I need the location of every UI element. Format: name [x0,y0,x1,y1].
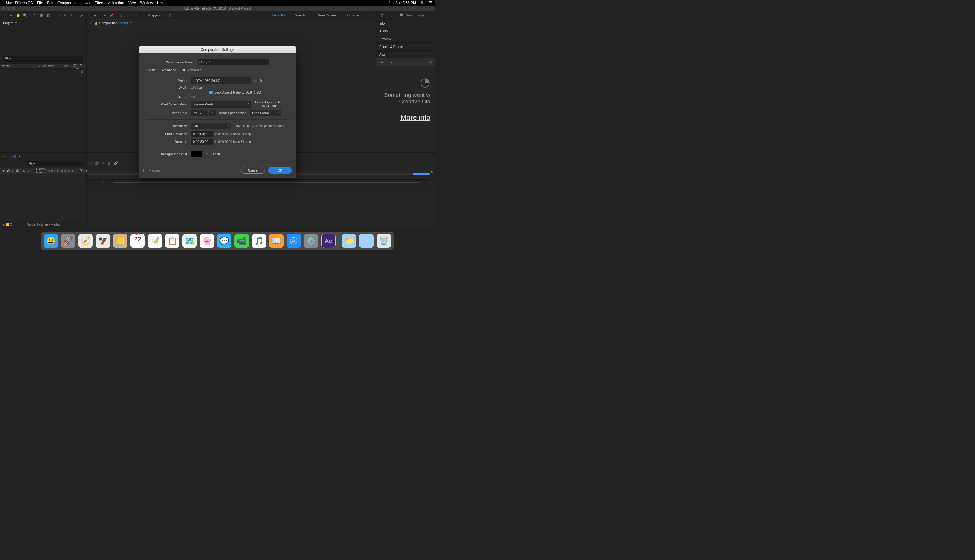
eyedropper-icon[interactable]: ✒ [206,152,208,156]
tag-icon[interactable]: 🏷 [42,65,46,68]
lock-toggle-icon[interactable]: 🔒 [15,169,19,172]
audio-toggle-icon[interactable]: 🔊 [7,169,10,172]
resolution-select[interactable]: Full˅ [191,123,231,129]
comp-name-input[interactable] [198,59,269,65]
sort-icon[interactable]: ▴ [37,65,42,68]
col-source[interactable]: Source Name [37,167,46,174]
panel-audio[interactable]: Audio [376,27,435,35]
lock-aspect-checkbox[interactable]: ✓ [209,90,212,94]
dock-launchpad-icon[interactable]: 🚀 [61,234,75,248]
par-select[interactable]: Square Pixels˅ [191,101,251,108]
rectangle-tool-icon[interactable]: ▭ [55,13,61,18]
preview-checkbox[interactable] [143,168,147,172]
timeline-tab[interactable]: × (none) ≡ [0,153,87,160]
comp-tab-close-icon[interactable]: × [90,22,92,25]
notification-icon[interactable]: ⇪ [388,1,391,5]
dock-appstore-icon[interactable]: Ⓐ [286,234,301,248]
dock-calendar-icon[interactable]: OCT22 [130,234,145,248]
cancel-button[interactable]: Cancel [241,167,265,173]
dock-sysprefs-icon[interactable]: ⚙️ [304,234,318,248]
col-size[interactable]: Size [61,65,72,68]
dock-finder-icon[interactable]: 😀 [43,234,58,248]
hand-tool-icon[interactable]: ✋ [15,13,21,18]
workspace-small-screen[interactable]: Small Screen [316,13,339,17]
libraries-more-info-link[interactable]: More info [380,113,430,122]
dropframe-select[interactable]: Drop Frame˅ [250,110,281,116]
tl-tool-4-icon[interactable]: 🗑 [108,162,111,165]
workspace-standard[interactable]: Standard [293,13,311,17]
clone-tool-icon[interactable]: ⊥ [85,13,91,18]
panel-info[interactable]: Info [376,20,435,27]
snapping-toggle[interactable]: Snapping ⤢ ⊡ [143,13,171,17]
timeline-marker-icon[interactable]: ⚑ [431,171,433,174]
menu-view[interactable]: View [128,1,136,5]
brush-tool-icon[interactable]: 🖌 [79,13,84,18]
project-search[interactable]: 🔍▾ [3,56,84,62]
start-timecode-input[interactable] [191,131,212,137]
dock-downloads-icon[interactable]: ⬇ [359,234,373,248]
tl-tool-1-icon[interactable]: ✂ [89,162,92,165]
project-panel-tab[interactable]: Project ≡ [0,20,87,27]
solo-toggle-icon[interactable]: ● [12,169,14,172]
dock-ibooks-icon[interactable]: 📖 [269,234,284,248]
preset-select[interactable]: HDTV 1080 29.97˅ [191,77,251,84]
type-tool-icon[interactable]: T [69,13,74,18]
project-panel-menu-icon[interactable]: ≡ [15,21,17,25]
tl-tool-3-icon[interactable]: ⊕ [102,162,105,165]
tl-foot-icons[interactable]: ⊞ 🔀 {} [2,223,12,226]
col-framerate[interactable]: Frame Ra... [72,63,87,69]
preset-delete-icon[interactable]: 🗑 [259,79,263,82]
tl-tool-6-icon[interactable]: ↯ [121,162,124,165]
timeline-tab-close-icon[interactable]: × [2,155,4,158]
col-name[interactable]: Name [0,65,37,68]
spotlight-icon[interactable]: 🔍 [420,1,425,5]
dock-trash-icon[interactable]: 🗑️ [376,234,391,248]
switches-icons[interactable]: ⊕✱⟋fx▦◉◐◑ [48,169,74,172]
dock-contacts-icon[interactable]: 📒 [113,234,127,248]
dock-applications-icon[interactable]: 📁 [342,234,356,248]
traffic-lights[interactable] [2,7,15,10]
comp-tab-lock-icon[interactable]: 🔒 [94,22,97,25]
tl-tool-5-icon[interactable]: 🔗 [114,162,118,165]
timeline-search[interactable]: 🔍▾ [27,161,84,167]
col-type[interactable]: Type [46,65,61,68]
libraries-menu-icon[interactable]: ≡ [430,60,431,63]
app-name[interactable]: After Effects CC [5,1,33,5]
menu-layer[interactable]: Layer [82,1,90,5]
dock-mail-icon[interactable]: 🦅 [96,234,110,248]
av-toggle-icon[interactable]: 👁 [2,169,5,172]
tl-zoom-out-icon[interactable]: — [89,181,92,184]
framerate-input[interactable]: 29.97 [191,110,208,116]
dock-notes-icon[interactable]: 📝 [148,234,162,248]
workspace-sync-icon[interactable]: ⊡ [379,13,385,17]
camera-tool-icon[interactable]: ▦ [39,13,44,18]
pen-tool-icon[interactable]: ✎ [62,13,68,18]
framerate-dropdown-icon[interactable]: ˅ [209,110,216,116]
col-num[interactable]: # [27,169,29,172]
selection-tool-icon[interactable]: ▸ [9,13,14,18]
toggle-switches-modes[interactable]: Toggle Switches / Modes [27,223,60,226]
snap-option-1-icon[interactable]: ⤢ [164,14,166,17]
workspace-libraries[interactable]: Libraries [345,13,361,17]
orbit-tool-icon[interactable]: ↻ [32,13,37,18]
home-icon[interactable]: ⌂ [2,13,7,18]
dock-after-effects-icon[interactable]: Ae [321,234,336,248]
flowchart-icon[interactable]: ⌘ [0,69,87,74]
dock-reminders-icon[interactable]: 📋 [165,234,179,248]
dock-messages-icon[interactable]: 💬 [217,234,231,248]
tl-zoom-in-icon[interactable]: ▲ [429,181,432,184]
menu-composition[interactable]: Composition [57,1,77,5]
label-col-icon[interactable]: 🏷 [23,169,26,172]
composition-panel-tab[interactable]: × 🔒 Composition (none) ≡ [87,20,376,27]
panel-preview[interactable]: Preview [376,35,435,43]
clock[interactable]: Sun 3:56 PM [395,1,416,5]
menu-file[interactable]: File [37,1,43,5]
dock-facetime-icon[interactable]: 📹 [234,234,249,248]
width-value[interactable]: 1920 [191,86,198,89]
roto-tool-icon[interactable]: ✶ [102,13,107,18]
duration-input[interactable] [191,139,212,145]
pan-behind-tool-icon[interactable]: ◧ [46,13,51,18]
timeline-layer-area[interactable] [0,173,87,222]
dialog-tab-basic[interactable]: Basic [147,68,156,73]
panel-libraries[interactable]: Libraries ≡ [376,58,435,66]
